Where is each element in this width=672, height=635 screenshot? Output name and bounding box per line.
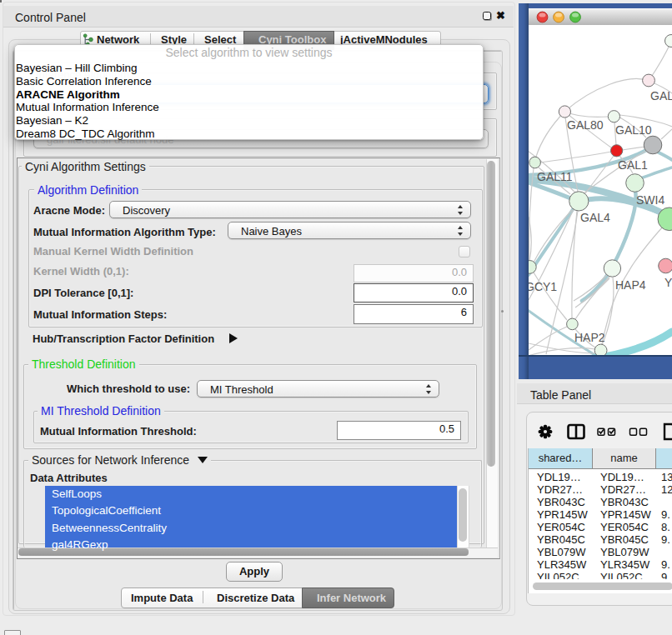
svg-text:GCY1: GCY1 [529,280,557,293]
svg-text:GAL80: GAL80 [567,118,604,132]
svg-text:GAL10: GAL10 [615,123,652,137]
svg-text:GAL1: GAL1 [618,158,648,172]
svg-text:HAP2: HAP2 [574,331,605,344]
svg-text:SWI4: SWI4 [636,193,664,207]
svg-text:GAL11: GAL11 [537,170,573,183]
svg-text:GAL4: GAL4 [580,211,610,224]
svg-text:HAP4: HAP4 [615,278,646,292]
svg-text:Y: Y [664,276,672,289]
svg-text:GAL: GAL [650,89,672,102]
